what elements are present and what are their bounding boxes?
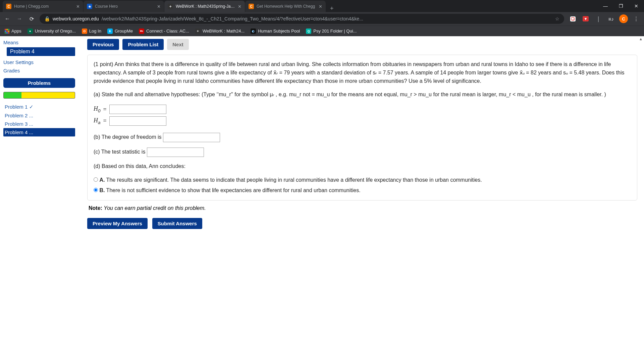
playlist-icon[interactable]: ≡♪ xyxy=(606,14,616,23)
close-window-icon[interactable]: ✕ xyxy=(629,0,644,12)
scroll-up-icon[interactable]: ▲ xyxy=(639,37,643,41)
problem-list-item[interactable]: Problem 3 ... xyxy=(3,120,75,128)
bookmark-item[interactable]: QPsy 201 Folder | Qui... xyxy=(306,28,357,34)
problem-part-a: (a) State the null and alternative hypot… xyxy=(94,91,631,99)
new-tab-button[interactable]: + xyxy=(326,5,338,12)
window-controls: — ❐ ✕ xyxy=(598,0,644,12)
url-field[interactable]: 🔒 webwork.uoregon.edu/webwork2/Math243Sp… xyxy=(40,14,564,24)
ext-mcafee-icon[interactable]: ❏ xyxy=(568,14,578,23)
favicon-icon: ⬇ xyxy=(107,28,113,34)
bookmark-label: University of Orego... xyxy=(35,28,76,34)
problem-list-button[interactable]: Problem List xyxy=(122,39,164,50)
favicon-icon: C xyxy=(6,4,11,9)
bookmark-item[interactable]: ●University of Orego... xyxy=(28,28,76,34)
bookmark-item[interactable]: ◐Human Subjects Pool xyxy=(251,28,300,34)
sidebar: Means Problem 4 User Settings Grades Pro… xyxy=(0,36,78,342)
tab-title: WeBWorK : Math243Spring-Jafari xyxy=(176,4,235,9)
favicon-icon: ✦ xyxy=(195,28,201,34)
maximize-icon[interactable]: ❐ xyxy=(613,0,629,12)
choice-b-text: There is not sufficient evidence to show… xyxy=(106,187,361,193)
favicon-icon: ★ xyxy=(87,4,92,9)
problem-part-c: (c) The test statistic is xyxy=(94,149,145,155)
profile-avatar[interactable]: C xyxy=(619,14,628,23)
submit-answers-button[interactable]: Submit Answers xyxy=(152,218,202,229)
choice-b-radio[interactable] xyxy=(94,188,98,192)
bookmark-label: Human Subjects Pool xyxy=(258,28,300,34)
tab-title: Get Homework Help With Chegg xyxy=(257,4,316,9)
browser-tab[interactable]: C Home | Chegg.com ✕ xyxy=(3,1,83,12)
close-icon[interactable]: ✕ xyxy=(157,4,161,9)
problem-list-item[interactable]: Problem 1 ✓ xyxy=(3,103,75,111)
bookmark-label: Psy 201 Folder | Qui... xyxy=(313,28,357,34)
df-input[interactable] xyxy=(163,133,220,142)
close-icon[interactable]: ✕ xyxy=(238,4,241,9)
favicon-icon: ✦ xyxy=(168,4,173,9)
main-content: Previous Problem List Next (1 point) Ann… xyxy=(78,36,644,342)
previous-button[interactable]: Previous xyxy=(87,39,119,50)
tab-title: Home | Chegg.com xyxy=(14,4,73,9)
sidebar-link-means[interactable]: Means xyxy=(3,38,75,47)
h0-label: H0 xyxy=(94,104,101,115)
bookmark-label: Log In xyxy=(89,28,101,34)
bookmark-label: Connect - Class: AC... xyxy=(146,28,189,34)
h0-input[interactable] xyxy=(109,105,166,114)
sidebar-item-problem4[interactable]: Problem 4 xyxy=(7,47,75,56)
menu-icon[interactable]: ⋮ xyxy=(631,14,641,23)
browser-tab[interactable]: C Get Homework Help With Chegg ✕ xyxy=(245,1,326,12)
choice-b[interactable]: B. There is not sufficient evidence to s… xyxy=(94,186,631,195)
apps-icon xyxy=(5,29,9,34)
problem-list-item[interactable]: Problem 2 ... xyxy=(3,111,75,120)
browser-tab[interactable]: ★ Course Hero ✕ xyxy=(84,1,164,12)
back-button[interactable]: ← xyxy=(3,16,11,22)
favicon-icon: C xyxy=(249,4,254,9)
problem-list: Problem 1 ✓ Problem 2 ... Problem 3 ... … xyxy=(3,103,75,136)
problem-intro: (1 point) Ann thinks that there is a dif… xyxy=(94,60,631,85)
test-stat-input[interactable] xyxy=(147,148,204,157)
reload-button[interactable]: ⟳ xyxy=(28,16,36,22)
problem-box: (1 point) Ann thinks that there is a dif… xyxy=(87,55,637,201)
divider: | xyxy=(594,14,603,23)
preview-answers-button[interactable]: Preview My Answers xyxy=(87,218,148,229)
bookmark-label: GroupMe xyxy=(115,28,133,34)
close-icon[interactable]: ✕ xyxy=(76,4,80,9)
url-host: webwork.uoregon.edu xyxy=(53,16,99,21)
note-text: You can earn partial credit on this prob… xyxy=(104,205,206,211)
choice-a[interactable]: A. The results are significant. The data… xyxy=(94,176,631,184)
star-icon[interactable]: ☆ xyxy=(555,16,559,21)
ha-label: Ha xyxy=(94,116,101,126)
close-icon[interactable]: ✕ xyxy=(319,4,322,9)
bookmark-label: Apps xyxy=(11,28,21,34)
apps-shortcut[interactable]: Apps xyxy=(5,28,21,34)
problem-part-d: (d) Based on this data, Ann concludes: xyxy=(94,162,631,171)
choice-a-radio[interactable] xyxy=(94,177,98,182)
url-path: /webwork2/Math243Spring-Jafarizadeh/Week… xyxy=(102,16,363,21)
bookmark-item[interactable]: OLog In xyxy=(82,28,101,34)
favicon-icon: ● xyxy=(28,28,33,34)
minimize-icon[interactable]: — xyxy=(598,0,613,12)
bookmarks-bar: Apps ●University of Orego... OLog In ⬇Gr… xyxy=(0,25,644,36)
next-button[interactable]: Next xyxy=(167,39,189,50)
bookmark-item[interactable]: McConnect - Class: AC... xyxy=(139,28,189,34)
problem-list-item-current[interactable]: Problem 4 ... xyxy=(3,128,75,136)
favicon-icon: Mc xyxy=(139,28,144,34)
tab-title: Course Hero xyxy=(95,4,154,9)
favicon-icon: O xyxy=(82,28,87,34)
address-bar: ← → ⟳ 🔒 webwork.uoregon.edu/webwork2/Mat… xyxy=(0,12,644,25)
note: Note: You can earn partial credit on thi… xyxy=(89,205,637,211)
sidebar-link-grades[interactable]: Grades xyxy=(3,66,75,75)
choice-a-text: The results are significant. The data se… xyxy=(106,177,482,183)
forward-button[interactable]: → xyxy=(15,16,23,22)
bookmark-label: WeBWorK : Math24... xyxy=(203,28,245,34)
sidebar-link-user-settings[interactable]: User Settings xyxy=(3,58,75,66)
lock-icon: 🔒 xyxy=(44,16,50,21)
ha-input[interactable] xyxy=(109,116,166,126)
browser-tab-active[interactable]: ✦ WeBWorK : Math243Spring-Jafari ✕ xyxy=(164,1,245,12)
sidebar-header-problems: Problems xyxy=(3,78,75,88)
ext-shield-icon[interactable]: ▼ xyxy=(581,14,590,23)
scrollbar[interactable]: ▲ xyxy=(638,36,643,342)
bookmark-item[interactable]: ✦WeBWorK : Math24... xyxy=(195,28,245,34)
bookmark-item[interactable]: ⬇GroupMe xyxy=(107,28,133,34)
note-label: Note: xyxy=(89,205,102,211)
favicon-icon: ◐ xyxy=(251,28,256,34)
browser-tab-strip: C Home | Chegg.com ✕ ★ Course Hero ✕ ✦ W… xyxy=(0,0,644,12)
